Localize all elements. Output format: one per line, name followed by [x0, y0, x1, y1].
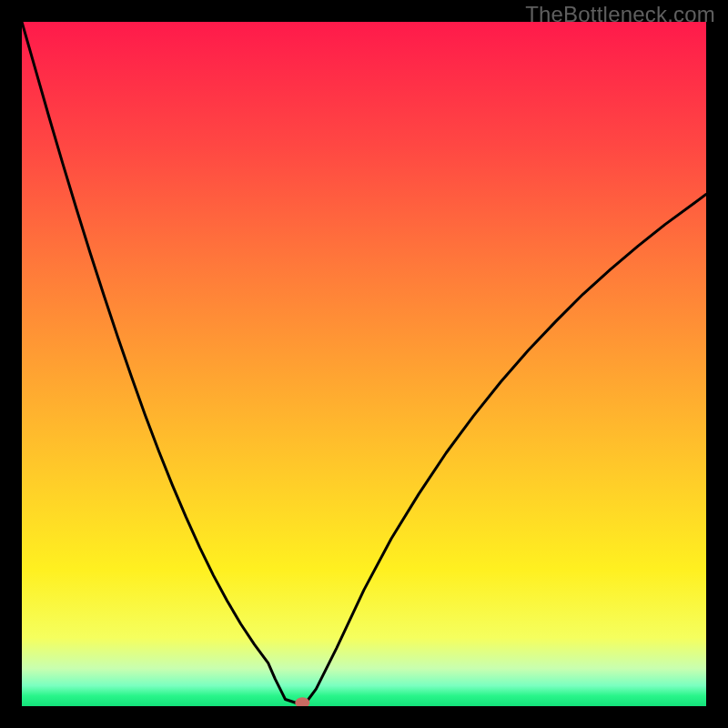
bottleneck-chart: [22, 22, 706, 706]
chart-frame: TheBottleneck.com: [0, 0, 728, 728]
gradient-background: [22, 22, 706, 706]
plot-area: [22, 22, 706, 706]
watermark-text: TheBottleneck.com: [525, 2, 715, 27]
